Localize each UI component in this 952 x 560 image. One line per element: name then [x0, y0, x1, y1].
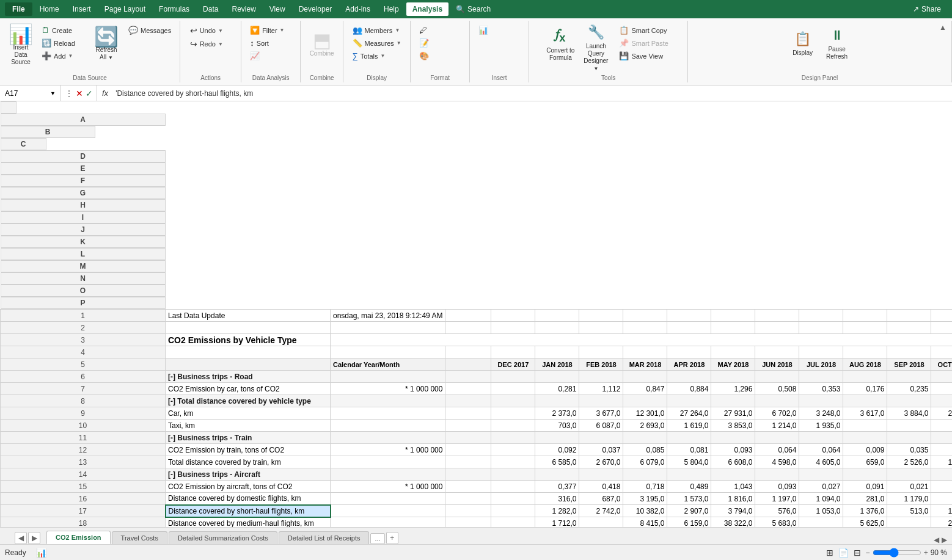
smart-copy-button[interactable]: 📋 Smart Copy — [615, 24, 672, 36]
cell-15-month-4[interactable]: 0,489 — [667, 481, 711, 493]
cell-9-c[interactable] — [445, 407, 491, 420]
row-header[interactable]: 17 — [1, 505, 166, 517]
format-btn1[interactable]: 🖊 — [416, 24, 464, 36]
cell-8-month-5[interactable] — [711, 395, 755, 407]
cell-9-b[interactable] — [331, 407, 445, 420]
cell-4-month-10[interactable] — [931, 346, 952, 358]
cell-13-a[interactable]: Total distance covered by train, km — [166, 456, 331, 468]
row-header[interactable]: 14 — [1, 468, 166, 481]
cell-5-a[interactable] — [166, 358, 331, 371]
row-header[interactable]: 18 — [1, 517, 166, 528]
cell-6-month-10[interactable] — [931, 371, 952, 383]
cell-10-c[interactable] — [445, 420, 491, 432]
cell-6-b[interactable] — [331, 371, 445, 383]
cell-5-month-7[interactable]: JUL 2018 — [799, 358, 843, 371]
cancel-icon[interactable]: ✕ — [76, 89, 83, 98]
row-header[interactable]: 6 — [1, 371, 166, 383]
cell-8-month-2[interactable] — [579, 395, 623, 407]
cell-8-month-8[interactable] — [843, 395, 887, 407]
col-header-m[interactable]: M — [1, 260, 166, 272]
share-button[interactable]: ↗Share — [907, 2, 947, 16]
launch-query-designer-button[interactable]: 🔧 Launch QueryDesigner ▼ — [580, 22, 612, 75]
row-header[interactable]: 7 — [1, 383, 166, 395]
row-header[interactable]: 16 — [1, 493, 166, 505]
cell-1-month-9[interactable] — [887, 310, 931, 322]
cell-4-month-3[interactable] — [623, 346, 667, 358]
cell-15-month-3[interactable]: 0,718 — [623, 481, 667, 493]
cell-14-c[interactable] — [445, 468, 491, 481]
col-header-a[interactable]: A — [1, 114, 166, 126]
col-header-i[interactable]: I — [1, 211, 166, 224]
cell-17-month-4[interactable]: 2 907,0 — [667, 505, 711, 517]
row-header[interactable]: 13 — [1, 456, 166, 468]
cell-2-month-3[interactable] — [623, 322, 667, 334]
data-analysis-more-button[interactable]: 📈 — [246, 50, 295, 62]
cell-2-month-5[interactable] — [711, 322, 755, 334]
row-header[interactable]: 15 — [1, 481, 166, 493]
cell-12-month-10[interactable]: 0,024 — [931, 444, 952, 456]
cell-7-month-1[interactable]: 0,281 — [535, 383, 579, 395]
col-header-j[interactable]: J — [1, 224, 166, 236]
cell-9-month-2[interactable]: 3 677,0 — [579, 407, 623, 420]
cell-11-c[interactable] — [445, 432, 491, 444]
cell-17-a[interactable]: Distance covered by short-haul flights, … — [166, 505, 331, 517]
cell-15-b[interactable]: * 1 000 000 — [331, 481, 445, 493]
cell-18-month-3[interactable]: 8 415,0 — [623, 517, 667, 528]
cell-10-month-6[interactable]: 1 214,0 — [755, 420, 799, 432]
cell-4-month-1[interactable] — [535, 346, 579, 358]
refresh-all-button[interactable]: 🔄 RefreshAll ▼ — [90, 22, 122, 66]
cell-12-month-5[interactable]: 0,093 — [711, 444, 755, 456]
cell-9-month-6[interactable]: 6 702,0 — [755, 407, 799, 420]
cell-15-month-0[interactable] — [491, 481, 535, 493]
cell-6-month-7[interactable] — [799, 371, 843, 383]
cell-6-month-4[interactable] — [667, 371, 711, 383]
cell-16-month-1[interactable]: 316,0 — [535, 493, 579, 505]
cell-12-month-7[interactable]: 0,064 — [799, 444, 843, 456]
design-panel-collapse[interactable]: ▲ — [939, 23, 947, 32]
cell-15-month-7[interactable]: 0,027 — [799, 481, 843, 493]
cell-14-month-3[interactable] — [623, 468, 667, 481]
cell-4-month-6[interactable] — [755, 346, 799, 358]
cell-8-c[interactable] — [445, 395, 491, 407]
cell-4-month-2[interactable] — [579, 346, 623, 358]
cell-12-month-9[interactable]: 0,035 — [887, 444, 931, 456]
cell-5-c[interactable] — [445, 358, 491, 371]
name-box[interactable]: A17 ▼ — [0, 85, 61, 101]
cell-13-month-0[interactable] — [491, 456, 535, 468]
cell-13-month-5[interactable]: 6 608,0 — [711, 456, 755, 468]
cell-12-b[interactable]: * 1 000 000 — [331, 444, 445, 456]
cell-15-month-1[interactable]: 0,377 — [535, 481, 579, 493]
cell-1-month-3[interactable] — [623, 310, 667, 322]
cell-4-month-7[interactable] — [799, 346, 843, 358]
cell-13-month-6[interactable]: 4 598,0 — [755, 456, 799, 468]
cell-13-b[interactable] — [331, 456, 445, 468]
cell-14-month-2[interactable] — [579, 468, 623, 481]
menu-data[interactable]: Data — [197, 2, 224, 16]
cell-10-month-5[interactable]: 3 853,0 — [711, 420, 755, 432]
cell-2-month-6[interactable] — [755, 322, 799, 334]
cell-2-month-0[interactable] — [491, 322, 535, 334]
cell-18-month-7[interactable] — [799, 517, 843, 528]
cell-2-b[interactable] — [331, 322, 445, 334]
insert-data-source-button[interactable]: 📊 Insert Data Source — [5, 22, 37, 68]
members-button[interactable]: 👥 Members ▼ — [349, 24, 404, 36]
cell-13-month-8[interactable]: 659,0 — [843, 456, 887, 468]
cell-7-month-2[interactable]: 1,112 — [579, 383, 623, 395]
cell-2-month-9[interactable] — [887, 322, 931, 334]
menu-search[interactable]: 🔍Search — [450, 2, 497, 16]
cell-8-month-0[interactable] — [491, 395, 535, 407]
cell-3-a[interactable]: CO2 Emissions by Vehicle Type — [166, 334, 331, 346]
cell-16-month-10[interactable]: 591,0 — [931, 493, 952, 505]
row-header[interactable]: 8 — [1, 395, 166, 407]
col-header-d[interactable]: D — [1, 150, 166, 162]
cell-5-month-5[interactable]: MAY 2018 — [711, 358, 755, 371]
cell-10-month-7[interactable]: 1 935,0 — [799, 420, 843, 432]
cell-9-month-10[interactable]: 2 016,0 — [931, 407, 952, 420]
col-header-o[interactable]: O — [1, 285, 166, 297]
confirm-icon[interactable]: ✓ — [86, 89, 93, 98]
cell-7-month-8[interactable]: 0,176 — [843, 383, 887, 395]
cell-6-month-9[interactable] — [887, 371, 931, 383]
row-header[interactable]: 5 — [1, 358, 166, 371]
cell-17-month-7[interactable]: 1 053,0 — [799, 505, 843, 517]
cell-2-month-1[interactable] — [535, 322, 579, 334]
